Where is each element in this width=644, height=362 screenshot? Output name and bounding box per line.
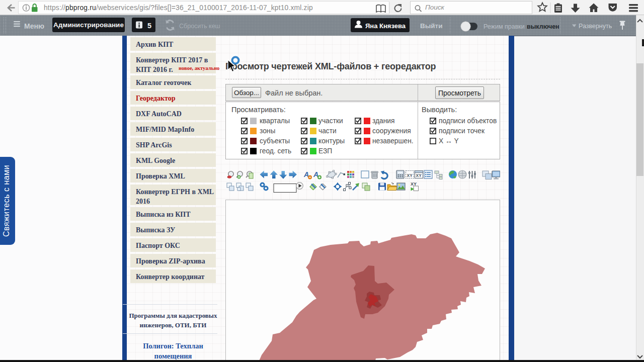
svg-text:XY: XY (407, 173, 413, 178)
svg-text:5: 5 (147, 22, 151, 30)
svg-text:подписи объектов: подписи объектов (439, 117, 497, 125)
svg-text:субъекты: субъекты (260, 137, 290, 145)
svg-text:геод. сеть: геод. сеть (260, 147, 291, 155)
svg-text:здания: здания (372, 117, 395, 125)
svg-text:X ↔ Y: X ↔ Y (439, 137, 459, 145)
svg-text:сооружения: сооружения (372, 127, 411, 135)
svg-text:участки: участки (318, 117, 343, 125)
svg-text:подписи точек: подписи точек (439, 127, 485, 135)
svg-text:зоны: зоны (260, 127, 275, 135)
svg-text:ЕЗП: ЕЗП (318, 147, 332, 155)
svg-text:контуры: контуры (318, 137, 345, 145)
svg-text:незавершен.: незавершен. (372, 137, 414, 145)
svg-text:XY: XY (416, 173, 422, 178)
svg-text:кварталы: кварталы (260, 117, 290, 125)
svg-text:части: части (318, 127, 337, 135)
